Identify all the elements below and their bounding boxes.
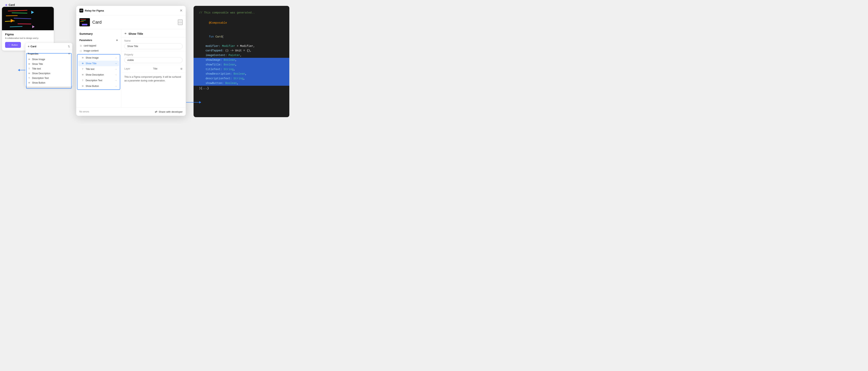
fun-keyword: fun <box>209 35 215 38</box>
prop-arrow-icon: → <box>115 85 117 88</box>
prop-arrow-icon: → <box>115 68 117 70</box>
param-label: image-content <box>84 49 98 52</box>
image-icon: ▢ <box>80 49 82 52</box>
code-fun-line: fun Card( <box>199 30 284 44</box>
properties-add-button[interactable]: + <box>68 52 70 56</box>
prop-show-desc[interactable]: 👁 Show Description → <box>78 72 119 77</box>
prop-show-title[interactable]: 👁 Show Title → <box>78 61 119 66</box>
property-value[interactable]: visible <box>124 57 183 63</box>
prop-show-image[interactable]: 👁 Show Image → <box>78 55 119 61</box>
dialog-header: </> Relay for Figma ✕ <box>76 6 186 15</box>
eye-icon: 👁 <box>81 85 84 87</box>
tap-icon: ⊡ <box>80 44 82 47</box>
main-arrow <box>186 102 201 102</box>
properties-list: 👁 Show Image 👁 Show Title T Title text 👁… <box>25 57 72 87</box>
relay-dialog: </> Relay for Figma ✕ Card ⋯ Summary <box>76 6 186 116</box>
properties-panel-title: ◈ Card <box>28 45 36 48</box>
prop-item-show-image[interactable]: 👁 Show Image <box>25 57 72 62</box>
dialog-right-panel: 👁 Show Title Name Show Title Property vi… <box>121 29 186 107</box>
prop-item-label: Show Title <box>32 63 70 65</box>
share-with-developer-button[interactable]: ⇄ Share with developer <box>155 110 183 113</box>
share-label: Share with developer <box>159 110 183 113</box>
prop-desc-text[interactable]: T Description Text → <box>78 78 119 83</box>
parameters-add-button[interactable]: + <box>116 38 118 42</box>
prop-item-label: Show Image <box>32 58 70 61</box>
code-showdescription-line: showDescription: Boolean, <box>193 72 289 76</box>
prop-label: Show Button <box>86 85 99 88</box>
prop-item-show-button[interactable]: 👁 Show Button <box>25 80 72 85</box>
name-label: Name <box>124 39 183 42</box>
dialog-close-button[interactable]: ✕ <box>180 9 183 12</box>
card-thumbnail <box>80 18 90 26</box>
right-panel-header: 👁 Show Title <box>121 29 186 37</box>
prop-arrow-icon: → <box>115 62 117 65</box>
relay-brand-icon: </> <box>80 9 83 12</box>
eye-icon: 👁 <box>124 32 127 35</box>
card-more-button[interactable]: ⋯ <box>178 20 183 25</box>
prop-show-button[interactable]: 👁 Show Button → <box>78 83 119 89</box>
figma-panel-desc: A collaborative tool to design and p <box>5 37 51 40</box>
dialog-left-panel: Summary Parameters + ⊡ card-tapped ▢ ima… <box>76 29 121 107</box>
prop-item-label: Show Button <box>32 81 70 84</box>
prop-title-text[interactable]: T Title text → <box>78 66 119 72</box>
prop-arrow-icon: → <box>115 57 117 59</box>
code-descriptiontext-line: descriptionText: String, <box>193 76 289 81</box>
text-icon: T <box>28 68 31 70</box>
properties-panel-header: ◈ Card ⇅ <box>25 43 72 50</box>
eye-icon: 👁 <box>28 63 31 65</box>
prop-item-title-text[interactable]: T Title text <box>25 66 72 71</box>
app-header-icon: ◈ <box>5 3 7 7</box>
eye-icon: 👁 <box>28 58 31 61</box>
card-name: Card <box>92 20 102 25</box>
param-image-content[interactable]: ▢ image-content <box>76 48 121 53</box>
open-paren: ( <box>222 35 224 38</box>
code-comment: // This composable was generated.. <box>199 10 284 15</box>
prop-arrow-icon: → <box>115 79 117 82</box>
code-closing-line: ){...} <box>199 86 284 91</box>
name-value[interactable]: Show Title <box>124 43 183 49</box>
code-showbutton-line: showButton: Boolean, <box>193 81 289 86</box>
figma-preview-image <box>2 7 54 30</box>
properties-section-label: Properties + <box>25 50 72 57</box>
property-field: Property visible <box>121 52 186 65</box>
sort-icon[interactable]: ⇅ <box>68 45 70 48</box>
app-title: Card <box>9 3 15 6</box>
code-panel: // This composable was generated.. @Comp… <box>193 6 289 117</box>
param-label: card-tapped <box>84 44 96 47</box>
prop-item-show-title[interactable]: 👁 Show Title <box>25 62 72 66</box>
prop-item-desc-text[interactable]: T Description Text <box>25 76 72 80</box>
target-icon[interactable]: ⊕ <box>180 67 183 70</box>
properties-panel: ◈ Card ⇅ Properties + 👁 Show Image 👁 Sho… <box>25 43 72 87</box>
heart-icon: ♡ <box>8 43 10 46</box>
code-tapped-line: cardTapped: () -> Unit = {}, <box>199 48 284 53</box>
right-panel-title: Show Title <box>128 32 143 35</box>
layer-label: Layer <box>124 67 130 70</box>
code-titletext-line: titleText: String, <box>193 67 289 72</box>
figma-panel-title: Figma <box>5 33 51 36</box>
name-field: Name Show Title <box>121 37 186 52</box>
prop-item-label: Title text <box>32 67 70 70</box>
layer-value: Title <box>153 67 157 70</box>
card-func-name: Card <box>215 35 222 38</box>
dialog-footer: No errors ⇄ Share with developer <box>76 107 186 116</box>
prop-item-show-desc[interactable]: 👁 Show Description <box>25 71 72 76</box>
dialog-brand-name: Relay for Figma <box>85 9 104 12</box>
code-annotation-line: @Composable <box>199 16 284 30</box>
card-info-left: Card <box>80 18 102 26</box>
prop-label: Show Image <box>86 57 99 59</box>
prop-item-label: Description Text <box>32 77 70 79</box>
parameters-label: Parameters <box>80 39 92 42</box>
eye-icon: 👁 <box>28 72 31 75</box>
summary-title: Summary <box>76 29 121 37</box>
code-imagecontent-line: imageContent: Painter, <box>199 53 284 58</box>
footer-status: No errors <box>80 110 89 113</box>
parameters-section: Parameters + <box>76 37 121 43</box>
prop-item-label: Show Description <box>32 72 70 75</box>
text-icon: T <box>81 68 84 70</box>
param-card-tapped[interactable]: ⊡ card-tapped <box>76 43 121 48</box>
prop-label: Title text <box>86 68 94 70</box>
properties-selection-box: 👁 Show Image → 👁 Show Title → T Title <box>77 54 120 90</box>
share-icon: ⇄ <box>155 110 157 113</box>
eye-icon: 👁 <box>81 74 84 76</box>
figma-button[interactable]: ♡ Button <box>5 42 21 48</box>
